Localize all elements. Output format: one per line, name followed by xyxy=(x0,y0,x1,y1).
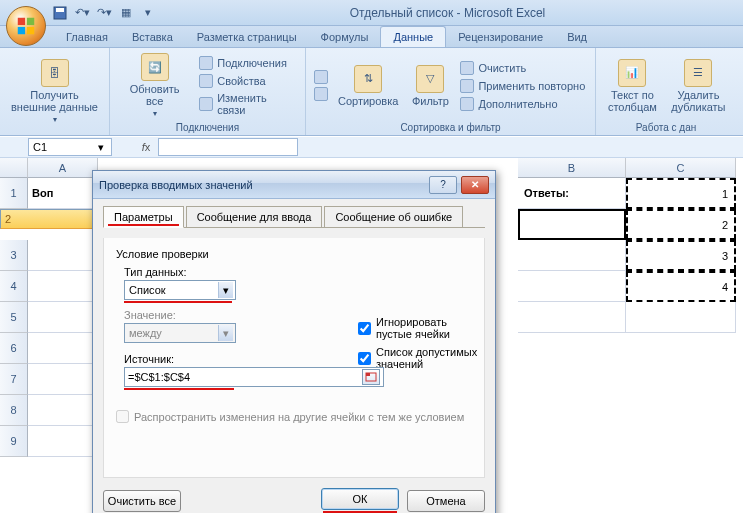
row-header[interactable]: 7 xyxy=(0,364,28,395)
reapply-button[interactable]: Применить повторно xyxy=(458,78,587,94)
filter-icon: ▽ xyxy=(416,65,444,93)
col-header-b[interactable]: B xyxy=(518,158,626,178)
cell-c1[interactable]: 1 xyxy=(626,178,736,209)
cancel-button[interactable]: Отмена xyxy=(407,490,485,512)
row-header[interactable]: 4 xyxy=(0,271,28,302)
source-input[interactable]: =$C$1:$C$4 xyxy=(124,367,384,387)
clear-all-button[interactable]: Очистить все xyxy=(103,490,181,512)
cell-b2[interactable] xyxy=(518,209,626,240)
text-to-columns-button[interactable]: 📊Текст по столбцам xyxy=(602,51,663,120)
tab-view[interactable]: Вид xyxy=(555,27,599,47)
cell-c4[interactable]: 4 xyxy=(626,271,736,302)
group-sort-label: Сортировка и фильтр xyxy=(312,120,589,133)
chevron-down-icon[interactable]: ▾ xyxy=(218,282,233,298)
advanced-filter-button[interactable]: Дополнительно xyxy=(458,96,587,112)
col-header-a[interactable]: A xyxy=(28,158,98,178)
save-icon[interactable] xyxy=(52,5,68,21)
ignore-blank-checkbox[interactable]: Игнорировать пустые ячейки xyxy=(358,316,484,340)
svg-rect-2 xyxy=(18,18,25,25)
svg-rect-1 xyxy=(56,8,64,12)
cell-a1[interactable]: Воп xyxy=(28,178,98,209)
tab-parameters[interactable]: Параметры xyxy=(103,206,184,228)
dialog-titlebar[interactable]: Проверка вводимых значений ? ✕ xyxy=(93,171,495,199)
tab-input-message[interactable]: Сообщение для ввода xyxy=(186,206,323,228)
sort-za-button[interactable] xyxy=(312,86,330,102)
grid-cell[interactable] xyxy=(28,333,98,364)
grid-cell[interactable] xyxy=(28,426,98,457)
fx-cancel-icon[interactable] xyxy=(118,139,134,155)
dialog-title: Проверка вводимых значений xyxy=(99,179,429,191)
tab-formulas[interactable]: Формулы xyxy=(309,27,381,47)
name-box-bar: C1 ▾ fx xyxy=(0,136,743,158)
formula-bar[interactable] xyxy=(158,138,298,156)
grid-cell[interactable] xyxy=(28,302,98,333)
fx-icon[interactable]: fx xyxy=(138,139,154,155)
qat-dropdown-icon[interactable]: ▾ xyxy=(140,5,156,21)
cell-c2[interactable]: 2 xyxy=(626,209,736,240)
cell-b1[interactable]: Ответы: xyxy=(518,178,626,209)
sort-az-button[interactable] xyxy=(312,69,330,85)
office-button[interactable] xyxy=(6,6,46,46)
cell-c3[interactable]: 3 xyxy=(626,240,736,271)
tab-review[interactable]: Рецензирование xyxy=(446,27,555,47)
group-tools-label: Работа с дан xyxy=(602,120,730,133)
ribbon: 🗄 Получить внешние данные▾ 🔄 Обновить вс… xyxy=(0,48,743,136)
col-header-c[interactable]: C xyxy=(626,158,736,178)
edit-links-button[interactable]: Изменить связи xyxy=(197,91,299,117)
svg-rect-3 xyxy=(27,18,34,25)
data-validation-dialog: Проверка вводимых значений ? ✕ Параметры… xyxy=(92,170,496,513)
allow-type-select[interactable]: Список ▾ xyxy=(124,280,236,300)
sort-button[interactable]: ⇅Сортировка xyxy=(334,51,402,120)
row-header[interactable]: 3 xyxy=(0,240,28,271)
tab-home[interactable]: Главная xyxy=(54,27,120,47)
select-all-corner[interactable] xyxy=(0,158,28,178)
grid-cell[interactable] xyxy=(28,271,98,302)
text-cols-icon: 📊 xyxy=(618,59,646,87)
grid-cell[interactable] xyxy=(626,302,736,333)
close-button[interactable]: ✕ xyxy=(461,176,489,194)
row-header[interactable]: 1 xyxy=(0,178,28,209)
grid-icon[interactable]: ▦ xyxy=(118,5,134,21)
group-connections-label: Подключения xyxy=(116,120,299,133)
help-button[interactable]: ? xyxy=(429,176,457,194)
quick-access-toolbar: ↶▾ ↷▾ ▦ ▾ xyxy=(52,5,156,21)
grid-cell[interactable] xyxy=(28,240,98,271)
range-picker-icon[interactable] xyxy=(362,369,380,385)
clear-filter-button[interactable]: Очистить xyxy=(458,60,587,76)
refresh-icon: 🔄 xyxy=(141,53,169,81)
grid-cell[interactable] xyxy=(28,395,98,426)
remove-duplicates-button[interactable]: ☰Удалить дубликаты xyxy=(667,51,730,120)
grid-cell[interactable] xyxy=(518,240,626,271)
grid-cell[interactable] xyxy=(28,364,98,395)
row-header[interactable]: 9 xyxy=(0,426,28,457)
row-header[interactable]: 5 xyxy=(0,302,28,333)
sort-icon: ⇅ xyxy=(354,65,382,93)
dedup-icon: ☰ xyxy=(684,59,712,87)
grid-cell[interactable] xyxy=(518,302,626,333)
sort-za-icon xyxy=(314,87,328,101)
tab-insert[interactable]: Вставка xyxy=(120,27,185,47)
refresh-all-button[interactable]: 🔄 Обновить все▾ xyxy=(116,51,193,120)
ribbon-tabs: Главная Вставка Разметка страницы Формул… xyxy=(0,26,743,48)
grid-cell[interactable] xyxy=(518,271,626,302)
properties-icon xyxy=(199,74,213,88)
apply-changes-checkbox: Распространить изменения на другие ячейк… xyxy=(116,410,474,423)
undo-icon[interactable]: ↶▾ xyxy=(74,5,90,21)
redo-icon[interactable]: ↷▾ xyxy=(96,5,112,21)
ok-button[interactable]: ОК xyxy=(321,488,399,510)
row-header[interactable]: 6 xyxy=(0,333,28,364)
connections-button[interactable]: Подключения xyxy=(197,55,299,71)
chevron-down-icon[interactable]: ▾ xyxy=(95,141,107,153)
reapply-icon xyxy=(460,79,474,93)
properties-button[interactable]: Свойства xyxy=(197,73,299,89)
row-header[interactable]: 8 xyxy=(0,395,28,426)
filter-button[interactable]: ▽Фильтр xyxy=(406,51,454,120)
get-external-data-button[interactable]: 🗄 Получить внешние данные▾ xyxy=(6,51,103,131)
name-box[interactable]: C1 ▾ xyxy=(28,138,112,156)
tab-data[interactable]: Данные xyxy=(380,26,446,47)
sort-az-icon xyxy=(314,70,328,84)
svg-rect-5 xyxy=(27,27,34,34)
type-label: Тип данных: xyxy=(124,266,474,278)
tab-error-alert[interactable]: Сообщение об ошибке xyxy=(324,206,463,228)
tab-layout[interactable]: Разметка страницы xyxy=(185,27,309,47)
